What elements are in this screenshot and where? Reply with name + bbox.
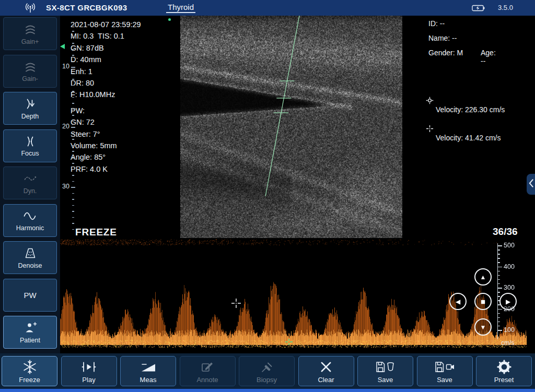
scale-tick (498, 271, 500, 272)
top-bar: SX-8CT GRCBGK093 Thyroid 3.5.0 (0, 0, 535, 16)
focus-icon (24, 134, 37, 148)
scale-tick (498, 262, 500, 263)
scale-tick (498, 322, 500, 323)
toolbar-button-label: Annote (196, 376, 218, 384)
depth-ruler: 102030 (61, 19, 83, 238)
scale-tick (498, 313, 500, 314)
freeze-button[interactable]: Freeze (2, 356, 57, 386)
velocity-measurement: Velocity: 41.42 cm/s (426, 125, 535, 145)
depth-tick (72, 157, 74, 158)
denoise-icon (24, 246, 37, 260)
device-name: SX-8CT GRCBGK093 (46, 3, 127, 12)
nav-stop-button[interactable]: ■ (474, 293, 492, 310)
depth-tick (72, 193, 74, 194)
sidebar-item-gain-minus[interactable]: Gain- (3, 55, 57, 88)
toolbar-button-label: Preset (494, 376, 514, 384)
patient-name: Name: -- (428, 34, 463, 49)
scale-unit: cm/s (501, 339, 514, 347)
play-button[interactable]: Play (61, 356, 117, 386)
panel-collapse-tab[interactable] (527, 174, 535, 195)
biopsy-button[interactable]: Biopsy (239, 356, 295, 386)
depth-tick (72, 103, 74, 104)
velocity-value: Velocity: 226.30 cm/s (436, 105, 505, 114)
bottom-toolbar: FreezePlayMeasAnnoteBiopsyClearSaveSaveP… (0, 353, 535, 389)
caliper-marker-1-icon (426, 97, 434, 106)
preset-gear-icon (497, 359, 511, 375)
nav-up-button[interactable]: ▲ (474, 268, 492, 286)
control-sidebar: Gain+Gain-DepthFocusDyn.HarmonicDenoiseP… (0, 16, 60, 353)
depth-tick (72, 79, 74, 80)
sidebar-item-dyn[interactable]: Dyn. (3, 167, 57, 199)
toolbar-button-label: Save (437, 376, 452, 384)
depth-tick (72, 169, 74, 170)
depth-tick (72, 85, 74, 86)
biopsy-needle-icon (260, 359, 274, 375)
depth-tick (72, 25, 74, 26)
depth-tick (72, 49, 74, 50)
depth-tick (72, 211, 74, 212)
save-cine-button[interactable]: Save (417, 356, 473, 386)
depth-tick (72, 37, 74, 38)
scale-tick (498, 326, 500, 327)
preset-button[interactable]: Preset (476, 356, 532, 386)
sidebar-item-pw[interactable]: PW (3, 279, 57, 312)
toolbar-button-label: Play (82, 376, 95, 384)
sidebar-item-patient[interactable]: Patient (3, 316, 57, 349)
clear-button[interactable]: Clear (298, 356, 354, 386)
scale-tick (498, 267, 502, 268)
depth-tick (72, 181, 74, 182)
chevron-left-icon (528, 179, 534, 190)
depth-tick (72, 43, 74, 44)
depth-tick (72, 217, 74, 218)
measure-calipers-icon (141, 359, 156, 375)
nav-right-button[interactable]: ▶ (499, 293, 517, 310)
sidebar-item-focus[interactable]: Focus (3, 129, 57, 162)
scale-tick (498, 309, 502, 310)
scale-tick (498, 283, 500, 284)
snowflake-icon (22, 359, 38, 375)
velocity-measurement: Velocity: 226.30 cm/s (426, 97, 535, 116)
sidebar-item-label: Focus (21, 150, 39, 157)
depth-tick (72, 229, 74, 230)
annote-button[interactable]: Annote (180, 356, 236, 386)
save-image-button[interactable]: Save (357, 356, 413, 386)
clear-x-icon (319, 359, 333, 375)
scale-label: 500 (504, 242, 515, 249)
depth-tick (72, 145, 74, 146)
scale-label: 400 (504, 263, 515, 270)
bottom-accent-strip (0, 389, 535, 392)
toolbar-button-label: Freeze (19, 376, 40, 384)
frame-counter: 36/36 (493, 226, 518, 237)
depth-label: 10 (61, 63, 69, 70)
freeze-status: FREEZE (75, 227, 117, 238)
depth-icon (24, 97, 37, 111)
scale-tick (498, 292, 500, 293)
patient-age: Age: -- (481, 49, 496, 63)
sidebar-item-denoise[interactable]: Denoise (3, 241, 57, 274)
sidebar-item-label: Denoise (18, 262, 42, 269)
toolbar-button-label: Biopsy (257, 376, 277, 384)
sidebar-item-label: Depth (21, 113, 39, 120)
sidebar-item-harmonic[interactable]: Harmonic (3, 204, 57, 237)
bmode-ultrasound-image[interactable] (180, 16, 402, 238)
nav-left-button[interactable]: ◀ (449, 293, 467, 310)
sidebar-item-label: Harmonic (16, 224, 44, 232)
scale-tick (498, 275, 500, 276)
exam-preset-selector[interactable]: Thyroid (166, 3, 195, 13)
depth-tick (72, 175, 74, 176)
depth-tick (71, 127, 75, 128)
toolbar-button-label: Save (378, 376, 393, 384)
nav-down-button[interactable]: ▼ (474, 318, 492, 336)
patient-info: ID: -- Name: -- Gender: M Age: -- (428, 19, 463, 63)
gain-minus-icon (23, 60, 38, 74)
scale-tick (498, 317, 500, 318)
wifi-icon (25, 3, 36, 16)
sidebar-item-gain-plus[interactable]: Gain+ (3, 17, 57, 50)
depth-tick (72, 199, 74, 200)
sidebar-item-depth[interactable]: Depth (3, 92, 57, 125)
toolbar-button-label: Meas (140, 376, 157, 384)
meas-button[interactable]: Meas (120, 356, 176, 386)
scale-tick (498, 245, 502, 246)
depth-tick (72, 151, 74, 152)
depth-tick (72, 133, 74, 134)
